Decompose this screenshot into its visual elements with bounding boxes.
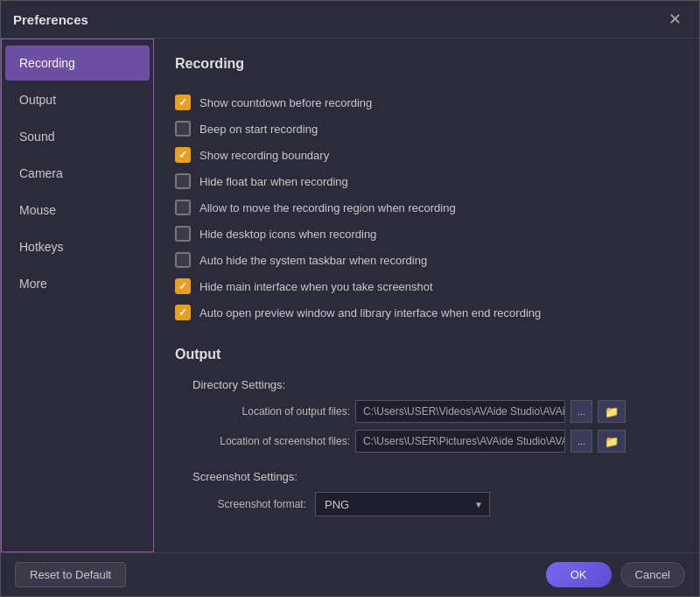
checkbox-label-4: Hide float bar when recording (200, 175, 348, 188)
sidebar-item-more[interactable]: More (5, 266, 150, 301)
checkbox-row-3: Show recording boundary (175, 142, 678, 168)
checkbox-row-7: Auto hide the system taskbar when record… (175, 247, 678, 273)
checkbox-row-5: Allow to move the recording region when … (175, 194, 678, 221)
sidebar-item-recording[interactable]: Recording (5, 46, 150, 81)
checkbox-label-2: Beep on start recording (200, 123, 318, 136)
recording-section-title: Recording (175, 56, 678, 77)
directory-label: Directory Settings: (192, 378, 678, 391)
checkbox-9[interactable] (175, 305, 191, 320)
sidebar-item-sound[interactable]: Sound (5, 119, 150, 154)
checkbox-label-9: Auto open preview window and library int… (200, 306, 541, 320)
checkbox-4[interactable] (175, 173, 191, 189)
checkbox-2[interactable] (175, 121, 191, 137)
checkbox-row-1: Show countdown before recording (175, 89, 678, 116)
sidebar-item-mouse[interactable]: Mouse (5, 193, 150, 228)
checkbox-row-8: Hide main interface when you take screen… (175, 273, 678, 299)
sidebar-item-camera[interactable]: Camera (5, 156, 150, 191)
bottom-bar: Reset to Default OK Cancel (1, 552, 699, 596)
output-files-label: Location of output files: (192, 405, 350, 418)
checkbox-8[interactable] (175, 278, 191, 294)
ok-button[interactable]: OK (546, 562, 612, 587)
output-section: Output Directory Settings: Location of o… (175, 347, 678, 516)
checkbox-6[interactable] (175, 226, 191, 242)
screenshot-settings: Screenshot Settings: Screenshot format: … (192, 470, 678, 516)
checkbox-label-6: Hide desktop icons when recording (200, 228, 376, 241)
screenshot-format-label: Screenshot format: (192, 498, 306, 510)
screenshot-format-select[interactable]: PNG JPG BMP GIF (315, 492, 490, 516)
output-files-path[interactable]: C:\Users\USER\Videos\AVAide Studio\AVAid… (355, 400, 565, 423)
output-section-title: Output (175, 347, 678, 368)
folder-icon: 📁 (605, 405, 619, 418)
checkbox-label-1: Show countdown before recording (200, 96, 372, 109)
checkbox-row-2: Beep on start recording (175, 116, 678, 142)
screenshot-files-folder-button[interactable]: 📁 (598, 430, 626, 453)
output-files-dots-button[interactable]: ... (570, 400, 592, 423)
checkbox-label-3: Show recording boundary (200, 149, 329, 162)
checkbox-1[interactable] (175, 95, 191, 110)
right-buttons: OK Cancel (546, 562, 685, 587)
reset-button[interactable]: Reset to Default (15, 562, 126, 587)
screenshot-files-row: Location of screenshot files: C:\Users\U… (192, 430, 678, 453)
main-body: Recording Output Sound Camera Mouse Hotk… (1, 39, 699, 552)
preferences-dialog: Preferences ✕ Recording Output Sound Cam… (0, 0, 700, 597)
screenshot-files-label: Location of screenshot files: (192, 435, 350, 447)
checkbox-7[interactable] (175, 252, 191, 268)
sidebar-item-hotkeys[interactable]: Hotkeys (5, 229, 150, 264)
checkbox-5[interactable] (175, 200, 191, 215)
checkbox-row-4: Hide float bar when recording (175, 168, 678, 194)
folder-icon-2: 📁 (605, 435, 619, 448)
checkbox-label-5: Allow to move the recording region when … (200, 201, 456, 214)
checkbox-label-8: Hide main interface when you take screen… (200, 280, 433, 293)
cancel-button[interactable]: Cancel (620, 562, 685, 587)
sidebar: Recording Output Sound Camera Mouse Hotk… (1, 39, 154, 552)
dialog-title: Preferences (13, 12, 88, 27)
screenshot-settings-label: Screenshot Settings: (192, 470, 678, 483)
content-area: Recording Show countdown before recordin… (154, 39, 699, 552)
output-files-row: Location of output files: C:\Users\USER\… (192, 400, 678, 423)
checkbox-row-9: Auto open preview window and library int… (175, 299, 678, 326)
checkbox-3[interactable] (175, 147, 191, 163)
directory-settings: Directory Settings: Location of output f… (192, 378, 678, 453)
screenshot-format-select-wrapper: PNG JPG BMP GIF (315, 492, 490, 516)
sidebar-item-output[interactable]: Output (5, 82, 150, 117)
close-button[interactable]: ✕ (663, 8, 687, 31)
screenshot-files-dots-button[interactable]: ... (570, 430, 592, 453)
screenshot-files-path[interactable]: C:\Users\USER\Pictures\AVAide Studio\AVA… (355, 430, 565, 453)
format-row: Screenshot format: PNG JPG BMP GIF (192, 492, 678, 516)
checkbox-label-7: Auto hide the system taskbar when record… (200, 254, 427, 267)
title-bar: Preferences ✕ (1, 1, 699, 39)
checkbox-row-6: Hide desktop icons when recording (175, 221, 678, 247)
output-files-folder-button[interactable]: 📁 (598, 400, 626, 423)
